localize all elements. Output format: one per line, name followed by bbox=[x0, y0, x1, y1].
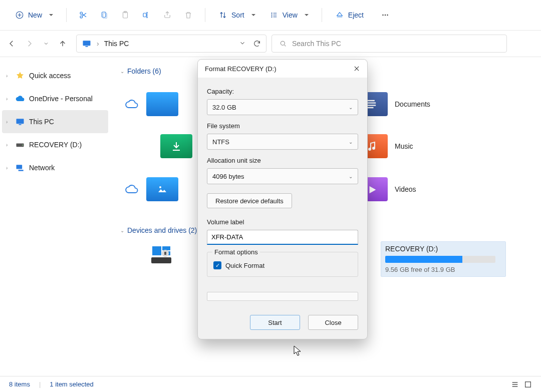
search-box[interactable]: Search This PC bbox=[272, 35, 507, 53]
nav-tree: ›Quick access ›OneDrive - Personal ›This… bbox=[0, 57, 110, 377]
ellipsis-icon bbox=[381, 11, 390, 20]
tiles-view-icon[interactable] bbox=[524, 380, 532, 388]
tree-label: This PC bbox=[29, 118, 54, 126]
cloud-icon bbox=[15, 94, 25, 104]
tree-item-thispc[interactable]: ›This PC bbox=[2, 110, 108, 133]
capacity-value: 32.0 GB bbox=[212, 104, 236, 111]
os-drive-icon bbox=[150, 244, 172, 266]
group-drives-label: Devices and drives (2) bbox=[127, 226, 197, 234]
sort-label: Sort bbox=[231, 11, 244, 19]
svg-rect-21 bbox=[17, 165, 23, 169]
network-icon bbox=[15, 163, 25, 173]
tree-label: Network bbox=[29, 164, 55, 172]
folder-item-cloud-1[interactable] bbox=[125, 92, 178, 116]
drive-usage-bar bbox=[385, 256, 495, 263]
recent-chevron-icon[interactable] bbox=[43, 41, 49, 47]
plus-circle-icon bbox=[15, 11, 24, 20]
dialog-titlebar[interactable]: Format RECOVERY (D:) bbox=[198, 60, 367, 78]
chevron-down-icon: ⌄ bbox=[349, 174, 353, 179]
separator bbox=[322, 8, 322, 22]
svg-point-12 bbox=[385, 15, 386, 16]
folder-label: Music bbox=[395, 142, 413, 150]
tree-label: OneDrive - Personal bbox=[29, 95, 93, 103]
new-button[interactable]: New bbox=[9, 6, 59, 24]
drive-item-recovery[interactable]: RECOVERY (D:) 9.56 GB free of 31.9 GB bbox=[381, 241, 506, 277]
svg-rect-17 bbox=[17, 119, 24, 124]
monitor-icon bbox=[82, 39, 92, 49]
sort-button[interactable]: Sort bbox=[212, 6, 261, 24]
tree-item-quickaccess[interactable]: ›Quick access bbox=[2, 64, 108, 87]
details-view-icon[interactable] bbox=[511, 380, 519, 388]
folder-item-cloud-2[interactable] bbox=[125, 177, 178, 201]
filesystem-value: NTFS bbox=[212, 138, 229, 146]
svg-rect-7 bbox=[143, 13, 146, 17]
format-options-legend: Format options bbox=[212, 248, 260, 256]
drive-usage-fill bbox=[385, 256, 462, 263]
tree-item-network[interactable]: ›Network bbox=[2, 156, 108, 179]
status-bar: 8 items | 1 item selected bbox=[0, 376, 541, 392]
back-icon[interactable] bbox=[7, 39, 16, 48]
view-label: View bbox=[283, 11, 298, 19]
scissors-icon bbox=[79, 11, 88, 20]
start-button[interactable]: Start bbox=[250, 315, 300, 330]
alloc-value: 4096 bytes bbox=[212, 173, 244, 180]
status-selected: 1 item selected bbox=[50, 380, 93, 388]
separator bbox=[66, 8, 67, 22]
alloc-select[interactable]: 4096 bytes⌄ bbox=[207, 168, 358, 184]
svg-rect-31 bbox=[164, 252, 166, 255]
more-button[interactable] bbox=[376, 6, 395, 24]
dialog-actions: Start Close bbox=[207, 315, 358, 330]
monitor-icon bbox=[15, 117, 25, 127]
copy-button[interactable] bbox=[95, 6, 114, 24]
svg-rect-3 bbox=[102, 12, 106, 18]
volume-label-label: Volume label bbox=[207, 218, 358, 226]
dialog-title: Format RECOVERY (D:) bbox=[205, 65, 277, 73]
volume-label-input[interactable] bbox=[207, 230, 358, 245]
capacity-select[interactable]: 32.0 GB⌄ bbox=[207, 99, 358, 115]
svg-rect-14 bbox=[83, 41, 91, 46]
drive-sublabel: 9.56 GB free of 31.9 GB bbox=[385, 266, 501, 273]
tree-item-recovery[interactable]: ›RECOVERY (D:) bbox=[2, 133, 108, 156]
search-icon bbox=[279, 40, 287, 48]
refresh-icon[interactable] bbox=[253, 40, 261, 48]
svg-point-8 bbox=[271, 13, 272, 14]
svg-point-24 bbox=[368, 148, 371, 151]
view-button[interactable]: View bbox=[263, 6, 315, 24]
cut-button[interactable] bbox=[74, 6, 93, 24]
close-button[interactable]: Close bbox=[308, 315, 358, 330]
filesystem-select[interactable]: NTFS⌄ bbox=[207, 134, 358, 150]
address-bar[interactable]: › This PC bbox=[76, 35, 266, 53]
svg-rect-27 bbox=[152, 246, 161, 255]
tree-item-onedrive[interactable]: ›OneDrive - Personal bbox=[2, 87, 108, 110]
forward-icon[interactable] bbox=[25, 39, 34, 48]
delete-button[interactable] bbox=[179, 6, 198, 24]
chevron-down-icon[interactable] bbox=[239, 40, 246, 47]
svg-point-16 bbox=[281, 41, 285, 45]
folder-item-downloads[interactable] bbox=[160, 134, 192, 158]
star-icon bbox=[15, 71, 25, 81]
rename-button[interactable] bbox=[137, 6, 156, 24]
restore-defaults-button[interactable]: Restore device defaults bbox=[207, 193, 292, 208]
paste-button[interactable] bbox=[116, 6, 135, 24]
separator bbox=[205, 8, 205, 22]
eject-label: Eject bbox=[348, 11, 364, 19]
alloc-label: Allocation unit size bbox=[207, 157, 358, 164]
cloud-status-icon bbox=[125, 184, 139, 194]
rename-icon bbox=[142, 11, 151, 20]
svg-rect-15 bbox=[86, 46, 88, 47]
view-icon bbox=[269, 11, 279, 20]
svg-point-25 bbox=[372, 147, 375, 150]
svg-point-10 bbox=[271, 17, 272, 18]
share-button[interactable] bbox=[158, 6, 177, 24]
cloud-status-icon bbox=[125, 99, 139, 109]
close-icon[interactable] bbox=[353, 65, 360, 72]
drive-label: RECOVERY (D:) bbox=[385, 245, 501, 253]
svg-rect-28 bbox=[162, 246, 170, 250]
downloads-folder-icon bbox=[160, 134, 192, 158]
progress-bar bbox=[207, 292, 358, 301]
cursor-icon bbox=[294, 345, 303, 356]
eject-button[interactable]: Eject bbox=[329, 6, 370, 24]
eject-icon bbox=[335, 11, 344, 20]
up-icon[interactable] bbox=[58, 39, 67, 48]
quick-format-checkbox[interactable]: ✓ Quick Format bbox=[213, 261, 352, 269]
